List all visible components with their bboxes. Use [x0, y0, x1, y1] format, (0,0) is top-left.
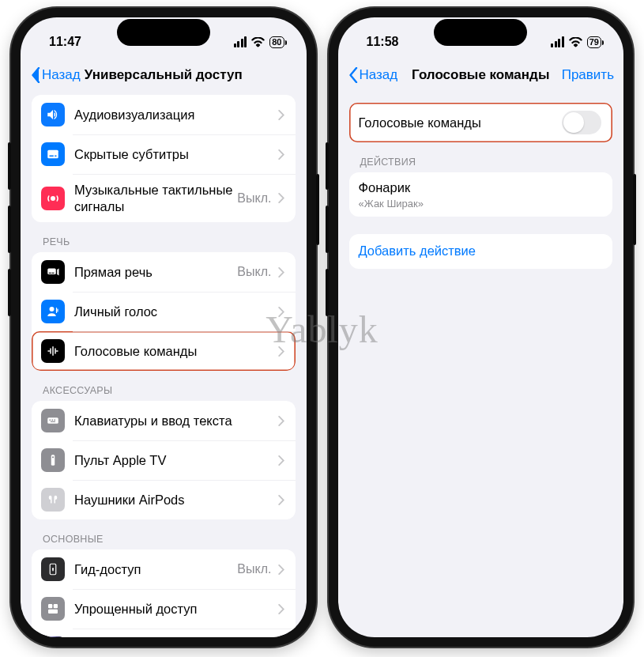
row-label: Пульт Apple TV	[74, 452, 166, 469]
row-vocal-shortcuts-toggle[interactable]: Голосовые команды	[349, 103, 613, 142]
toggle-switch[interactable]	[562, 111, 601, 134]
battery-indicator: 80	[269, 36, 284, 48]
group-toggle: Голосовые команды	[349, 103, 613, 142]
chevron-right-icon	[278, 346, 284, 357]
chevron-right-icon	[278, 416, 284, 426]
subtitles-icon	[41, 142, 65, 166]
row-label: Скрытые субтитры	[74, 146, 189, 163]
svg-rect-18	[48, 604, 52, 608]
svg-point-3	[51, 196, 55, 201]
chevron-right-icon	[278, 564, 284, 575]
svg-rect-0	[47, 150, 58, 159]
row-subtitles[interactable]: Скрытые субтитры	[32, 134, 296, 174]
svg-rect-17	[52, 569, 54, 571]
row-personal-voice[interactable]: Личный голос	[32, 292, 296, 331]
svg-point-7	[50, 307, 55, 312]
row-siri[interactable]: Siri	[32, 629, 296, 637]
chevron-right-icon	[278, 267, 284, 278]
siri-icon	[41, 636, 65, 637]
wifi-icon	[569, 37, 582, 47]
navbar: Назад Универсальный доступ	[21, 59, 307, 92]
row-label: Аудиовизуализация	[74, 107, 194, 123]
row-sub: «Жак Ширак»	[359, 198, 424, 210]
svg-rect-9	[50, 420, 51, 421]
content[interactable]: Аудиовизуализация Скрытые субтитры Музык…	[21, 92, 307, 637]
status-indicators: 79	[551, 36, 601, 48]
group-accessories: Клавиатуры и ввод текста Пульт Apple TV …	[32, 401, 296, 519]
group-speech: Прямая речь Выкл. Личный голос Голосовые…	[32, 252, 296, 371]
row-keyboards[interactable]: Клавиатуры и ввод текста	[32, 401, 296, 440]
row-label: Гид-доступ	[74, 561, 141, 578]
section-header-speech: РЕЧЬ	[32, 222, 296, 252]
content[interactable]: Голосовые команды ДЕЙСТВИЯ Фонарик «Жак …	[338, 92, 624, 637]
vocal-shortcuts-icon	[41, 339, 65, 363]
svg-rect-6	[52, 273, 55, 274]
back-button[interactable]: Назад	[348, 67, 398, 83]
svg-rect-11	[55, 420, 56, 421]
row-apple-tv-remote[interactable]: Пульт Apple TV	[32, 440, 296, 480]
assistive-icon	[41, 597, 65, 621]
personal-voice-icon	[41, 300, 65, 323]
phone-right: 11:58 79 Назад Голосовые команды Править	[329, 8, 634, 647]
edit-button[interactable]: Править	[562, 67, 614, 83]
svg-rect-12	[51, 421, 55, 422]
row-label: Наушники AirPods	[74, 492, 185, 508]
row-airpods[interactable]: Наушники AirPods	[32, 480, 296, 519]
chevron-right-icon	[278, 307, 284, 317]
row-assistive-access[interactable]: Упрощенный доступ	[32, 589, 296, 629]
row-label: Голосовые команды	[74, 343, 197, 360]
row-add-action[interactable]: Добавить действие	[349, 234, 613, 269]
chevron-right-icon	[278, 495, 284, 505]
svg-rect-19	[54, 604, 58, 608]
live-speech-icon	[41, 260, 65, 284]
group-actions: Фонарик «Жак Ширак»	[349, 172, 613, 217]
group-top: Аудиовизуализация Скрытые субтитры Музык…	[32, 95, 296, 222]
row-action-flashlight[interactable]: Фонарик «Жак Ширак»	[349, 172, 613, 217]
status-indicators: 80	[234, 36, 284, 48]
svg-point-14	[52, 456, 54, 458]
chevron-right-icon	[278, 193, 284, 203]
svg-rect-5	[49, 273, 51, 274]
screen-left: 11:47 80 Назад Универсальный доступ	[21, 17, 307, 637]
svg-rect-10	[52, 420, 54, 421]
row-music-haptics[interactable]: Музыкальные тактильные сигналы Выкл.	[32, 174, 296, 222]
row-label: Голосовые команды	[359, 115, 481, 131]
screen-right: 11:58 79 Назад Голосовые команды Править	[338, 17, 624, 637]
navbar: Назад Голосовые команды Править	[338, 59, 624, 92]
status-time: 11:47	[49, 35, 81, 49]
row-label: Личный голос	[74, 304, 157, 320]
svg-rect-20	[48, 610, 58, 614]
row-vocal-shortcuts[interactable]: Голосовые команды	[32, 331, 296, 371]
row-label: Упрощенный доступ	[74, 601, 197, 617]
svg-rect-2	[55, 156, 56, 157]
row-label: Добавить действие	[359, 243, 476, 259]
status-time: 11:58	[367, 35, 399, 49]
apple-tv-icon	[41, 448, 65, 472]
row-guided-access[interactable]: Гид-доступ Выкл.	[32, 549, 296, 589]
back-button[interactable]: Назад	[30, 67, 81, 83]
keyboard-icon	[41, 409, 65, 432]
dynamic-island	[434, 19, 527, 46]
phone-left: 11:47 80 Назад Универсальный доступ	[11, 8, 316, 647]
wifi-icon	[251, 37, 265, 47]
dynamic-island	[117, 19, 210, 46]
chevron-right-icon	[278, 604, 284, 614]
airpods-icon	[41, 488, 65, 512]
svg-rect-1	[50, 156, 54, 157]
section-header-actions: ДЕЙСТВИЯ	[349, 142, 613, 172]
chevron-left-icon	[348, 67, 358, 83]
section-header-general: ОСНОВНЫЕ	[32, 519, 296, 549]
group-add-action: Добавить действие	[349, 234, 613, 269]
row-label: Клавиатуры и ввод текста	[74, 413, 232, 429]
row-label: Музыкальные тактильные сигналы	[74, 182, 237, 214]
audio-vis-icon	[41, 103, 65, 126]
cellular-icon	[234, 36, 247, 47]
row-live-speech[interactable]: Прямая речь Выкл.	[32, 252, 296, 292]
row-label: Фонарик	[359, 179, 411, 196]
row-audio-visualization[interactable]: Аудиовизуализация	[32, 95, 296, 134]
battery-indicator: 79	[587, 36, 601, 48]
chevron-right-icon	[278, 149, 284, 160]
cellular-icon	[551, 36, 564, 47]
chevron-right-icon	[278, 110, 284, 120]
chevron-left-icon	[30, 67, 40, 83]
